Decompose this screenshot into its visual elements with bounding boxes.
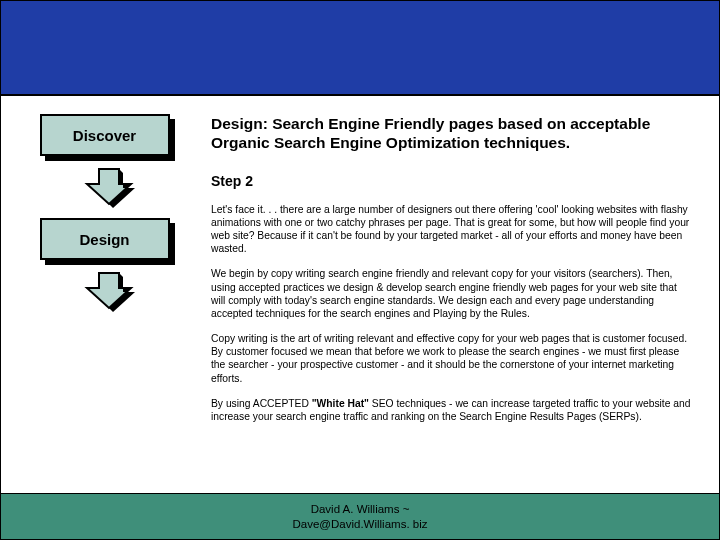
paragraph: By using ACCEPTED "White Hat" SEO techni… bbox=[211, 397, 693, 423]
paragraph-text: By using ACCEPTED bbox=[211, 398, 312, 409]
down-arrow-icon bbox=[77, 270, 137, 312]
section-heading: Design: Search Engine Friendly pages bas… bbox=[211, 114, 693, 153]
footer-text: David A. Williams ~ Dave@David.Williams.… bbox=[292, 502, 427, 532]
white-hat-bold: "White Hat" bbox=[312, 398, 369, 409]
paragraph: Copy writing is the art of writing relev… bbox=[211, 332, 693, 385]
down-arrow-icon bbox=[77, 166, 137, 208]
footer-email: Dave@David.Williams. biz bbox=[292, 518, 427, 530]
main-text-column: Design: Search Engine Friendly pages bas… bbox=[201, 96, 719, 445]
step-number-label: Step 2 bbox=[211, 173, 693, 189]
footer-band: David A. Williams ~ Dave@David.Williams.… bbox=[1, 493, 719, 539]
left-column: Discover Design bbox=[1, 96, 201, 445]
paragraph: We begin by copy writing search engine f… bbox=[211, 267, 693, 320]
footer-name: David A. Williams ~ bbox=[311, 503, 410, 515]
step-box-label: Discover bbox=[40, 114, 170, 156]
step-box-design: Design bbox=[40, 218, 175, 264]
step-box-label: Design bbox=[40, 218, 170, 260]
content-area: Discover Design Design: Search Engine Fr… bbox=[1, 96, 719, 445]
step-box-discover: Discover bbox=[40, 114, 175, 160]
header-band bbox=[1, 1, 719, 96]
paragraph: Let's face it. . . there are a large num… bbox=[211, 203, 693, 256]
